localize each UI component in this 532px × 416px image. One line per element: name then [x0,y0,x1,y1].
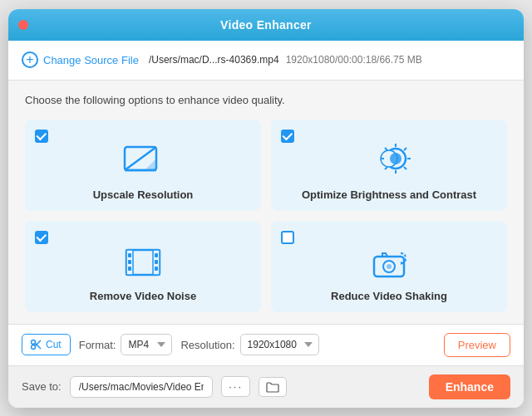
upscale-icon-area [35,138,251,185]
brightness-icon-area [281,138,497,185]
checkbox-shaking[interactable] [281,231,294,244]
folder-button[interactable] [259,377,287,397]
toolbar: + Change Source File /Users/mac/D...rs-4… [8,41,524,81]
svg-point-25 [387,264,392,269]
dots-button[interactable]: ··· [221,376,250,397]
svg-rect-22 [155,267,158,271]
checkbox-brightness[interactable] [281,130,294,143]
main-window: Video Enhancer + Change Source File /Use… [8,9,524,408]
upscale-label: Upscale Resolution [35,188,251,201]
svg-rect-17 [128,253,131,257]
cut-button[interactable]: Cut [22,334,71,355]
upscale-icon [118,140,168,182]
format-select[interactable]: MP4 MOV AVI MKV [121,334,172,355]
close-button[interactable] [18,20,28,30]
checkbox-noise[interactable] [35,231,48,244]
shaking-icon [364,242,414,283]
preview-button[interactable]: Preview [444,333,510,357]
svg-line-10 [385,148,387,150]
traffic-lights [18,20,28,30]
footer: Save to: ··· Enhance [8,365,524,408]
svg-rect-18 [128,260,131,264]
option-card-shaking: Reduce Video Shaking [271,221,507,312]
svg-line-11 [404,167,406,169]
save-path-input[interactable] [70,376,214,398]
option-card-upscale: Upscale Resolution [25,120,261,211]
file-info: /Users/mac/D...rs-40369.mp4 1920x1080/00… [149,54,422,66]
noise-icon-area [35,239,251,286]
svg-point-5 [390,153,401,164]
resolution-label: Resolution: [180,339,234,351]
brightness-icon [364,140,414,182]
svg-rect-20 [155,253,158,257]
svg-line-13 [385,167,387,169]
scissors-icon [31,339,42,350]
noise-label: Remove Video Noise [35,290,251,302]
content-area: Choose the following options to enhance … [8,81,524,324]
change-source-button[interactable]: + Change Source File [22,51,139,68]
brightness-label: Optimize Brightness and Contrast [281,188,497,201]
content-description: Choose the following options to enhance … [25,94,507,106]
checkbox-upscale[interactable] [35,130,48,143]
option-card-brightness: Optimize Brightness and Contrast [271,120,507,211]
cut-label: Cut [46,339,62,350]
option-card-noise: Remove Video Noise [25,221,261,312]
file-meta: 1920x1080/00:00:18/66.75 MB [286,54,422,66]
svg-line-12 [404,148,406,150]
folder-icon [266,381,279,393]
svg-rect-19 [128,267,131,271]
file-path: /Users/mac/D...rs-40369.mp4 [149,54,279,66]
svg-rect-21 [155,260,158,264]
format-label: Format: [79,339,116,351]
window-title: Video Enhancer [220,18,312,32]
enhance-button[interactable]: Enhance [429,374,510,399]
change-source-label: Change Source File [43,54,139,66]
save-to-label: Save to: [22,380,62,393]
noise-icon [118,242,168,283]
shaking-label: Reduce Video Shaking [281,290,497,302]
bottom-controls: Cut Format: MP4 MOV AVI MKV Resolution: … [8,324,524,365]
shaking-icon-area [281,239,497,286]
format-group: Format: MP4 MOV AVI MKV [79,334,173,355]
add-icon: + [22,51,38,68]
options-grid: Upscale Resolution [25,120,507,312]
titlebar: Video Enhancer [8,9,524,41]
resolution-group: Resolution: 1920x1080 3840x2160 1280x720 [180,334,318,355]
resolution-select[interactable]: 1920x1080 3840x2160 1280x720 [240,334,319,355]
